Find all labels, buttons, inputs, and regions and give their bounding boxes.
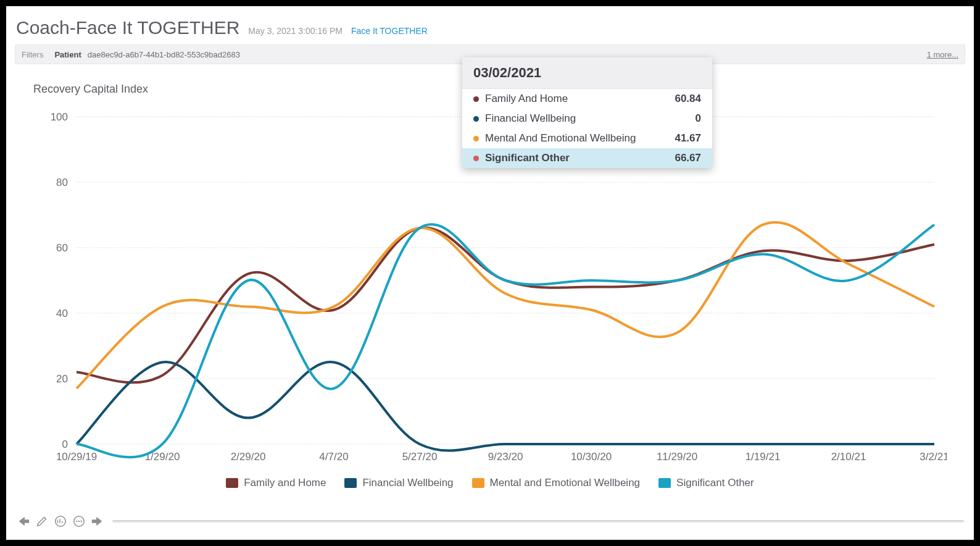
svg-text:4/7/20: 4/7/20 [319,451,348,463]
svg-point-23 [56,516,66,527]
chart-mode-icon[interactable] [53,514,68,529]
tooltip-series-value: 60.84 [675,93,701,105]
legend-label: Mental and Emotional Wellbeing [490,477,641,489]
prev-arrow-icon[interactable] [16,514,31,529]
svg-text:60: 60 [56,242,68,254]
svg-text:3/2/21: 3/2/21 [920,451,947,463]
report-header: Coach-Face It TOGETHER May 3, 2021 3:00:… [15,15,965,44]
filters-more-link[interactable]: 1 more... [927,50,958,59]
legend-label: Financial Wellbeing [362,477,453,489]
tooltip-series-value: 41.67 [675,132,701,145]
legend-label: Significant Other [676,477,754,489]
tooltip-row: Financial Wellbeing0 [462,109,712,128]
tooltip-series-value: 66.67 [675,152,701,164]
filters-label: Filters [22,50,43,59]
legend-swatch-icon [472,478,484,488]
tooltip-row: Family And Home60.84 [462,89,712,109]
legend-item[interactable]: Financial Wellbeing [344,477,453,489]
svg-text:2/10/21: 2/10/21 [831,451,866,463]
footer-track [112,520,964,523]
filter-key: Patient [54,50,81,59]
tooltip-row: Mental And Emotional Wellbeing41.67 [462,128,712,148]
svg-text:40: 40 [56,308,68,319]
org-link[interactable]: Face It TOGETHER [351,26,428,36]
filter-value: dae8ec9d-a6b7-44b1-bd82-553c9bad2683 [88,50,240,59]
report-title: Coach-Face It TOGETHER [16,17,239,38]
svg-text:10/29/19: 10/29/19 [56,451,97,463]
tooltip-series-label: Mental And Emotional Wellbeing [485,132,636,145]
tooltip-date: 03/02/2021 [462,57,712,89]
legend-swatch-icon [344,478,357,488]
legend-item[interactable]: Significant Other [658,477,754,489]
tooltip-series-label: Significant Other [485,152,570,164]
svg-text:80: 80 [56,177,68,188]
legend-item[interactable]: Family and Home [226,477,326,489]
svg-point-26 [78,521,80,522]
tooltip-series-label: Financial Wellbeing [485,112,576,125]
tooltip-series-value: 0 [696,112,701,125]
svg-text:0: 0 [62,439,68,450]
svg-text:5/27/20: 5/27/20 [402,451,438,463]
svg-text:9/23/20: 9/23/20 [488,451,523,463]
svg-text:20: 20 [56,373,68,385]
legend-swatch-icon [226,478,238,488]
svg-point-27 [80,521,81,522]
legend-item[interactable]: Mental and Emotional Wellbeing [472,477,641,489]
report-timestamp: May 3, 2021 3:00:16 PM [248,26,343,36]
more-options-icon[interactable] [72,514,86,529]
legend-label: Family and Home [244,477,326,489]
next-arrow-icon[interactable] [90,514,105,529]
tooltip-series-label: Family And Home [485,93,568,105]
chart-tooltip: 03/02/2021 Family And Home60.84Financial… [462,57,712,168]
series-dot-icon [473,156,479,161]
legend-swatch-icon [658,478,671,488]
svg-text:100: 100 [51,111,68,123]
svg-point-25 [76,521,77,522]
svg-text:10/30/20: 10/30/20 [571,451,612,463]
report-footer [16,514,964,529]
series-dot-icon [473,116,479,122]
tooltip-row: Significant Other66.67 [462,148,712,168]
svg-text:2/29/20: 2/29/20 [231,451,266,463]
chart-legend: Family and HomeFinancial WellbeingMental… [15,477,965,489]
series-dot-icon [473,136,479,141]
series-dot-icon [473,96,479,102]
edit-icon[interactable] [35,514,49,529]
svg-text:11/29/20: 11/29/20 [657,451,697,463]
svg-text:1/19/21: 1/19/21 [745,451,781,463]
